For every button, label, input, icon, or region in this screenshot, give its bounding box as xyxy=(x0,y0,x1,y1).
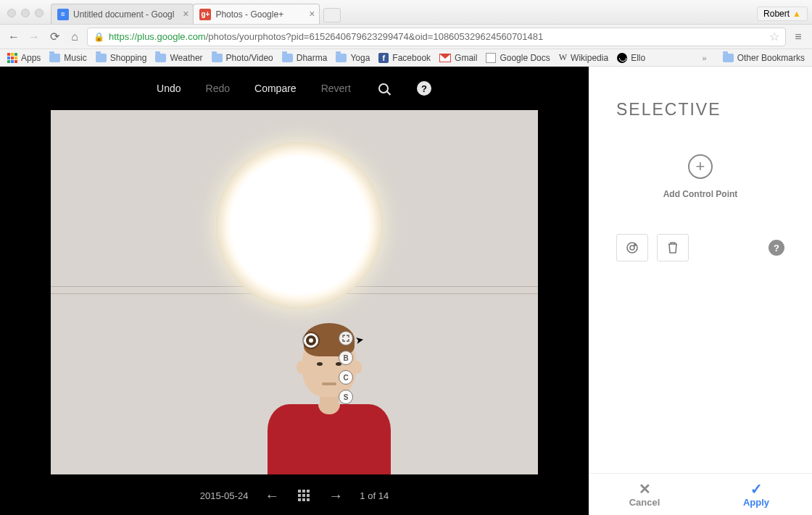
apply-button[interactable]: ✓ Apply xyxy=(700,474,812,515)
app-content: Undo Redo Compare Revert ? xyxy=(0,67,812,515)
editor-footer: 2015-05-24 ← → 1 of 14 xyxy=(0,476,589,515)
help-button[interactable]: ? xyxy=(416,80,432,96)
tab-close-icon[interactable]: × xyxy=(183,9,188,19)
compare-button[interactable]: Compare xyxy=(254,83,297,94)
bookmark-star-icon[interactable]: ☆ xyxy=(769,30,779,43)
warning-icon: ▲ xyxy=(792,9,801,19)
folder-icon xyxy=(336,54,347,62)
control-point-brightness[interactable]: B xyxy=(339,351,353,365)
browser-tab-docs[interactable]: ≡ Untitled document - Googl × xyxy=(51,4,194,24)
bookmark-wikipedia[interactable]: WWikipedia xyxy=(559,52,608,63)
bookmark-folder-shopping[interactable]: Shopping xyxy=(96,53,147,63)
url-scheme: https xyxy=(109,31,129,42)
apps-icon xyxy=(7,53,17,63)
cp-letter: S xyxy=(344,393,349,401)
trash-icon xyxy=(667,241,679,254)
facebook-icon: f xyxy=(378,53,389,63)
cancel-label: Cancel xyxy=(629,497,660,508)
folder-icon xyxy=(282,54,293,62)
panel-tool-row: ? xyxy=(589,199,812,261)
forward-button[interactable]: → xyxy=(26,29,42,45)
bookmark-label: Facebook xyxy=(392,53,431,63)
prev-photo-button[interactable]: ← xyxy=(264,487,280,503)
bookmark-folder-weather[interactable]: Weather xyxy=(155,53,202,63)
photo-subject xyxy=(264,332,394,474)
add-control-point-button[interactable]: + xyxy=(688,154,713,179)
control-point-size-handle[interactable] xyxy=(339,331,353,346)
bookmark-folder-music[interactable]: Music xyxy=(49,53,86,63)
panel-help-button[interactable]: ? xyxy=(768,240,784,256)
cp-letter: B xyxy=(343,354,348,362)
window-close[interactable] xyxy=(7,9,16,17)
photo-date: 2015-05-24 xyxy=(200,490,249,501)
wikipedia-icon: W xyxy=(559,52,567,63)
bookmark-label: Music xyxy=(64,53,86,63)
doc-icon xyxy=(486,53,496,63)
chrome-menu-icon[interactable]: ≡ xyxy=(790,29,806,45)
delete-control-point-button[interactable] xyxy=(657,234,689,261)
url-path: /photos/yourphotos?pid=61526406796232994… xyxy=(206,31,544,42)
help-icon: ? xyxy=(774,243,779,254)
bookmark-label: Photo/Video xyxy=(226,53,273,63)
address-bar[interactable]: 🔒 https://plus.google.com/photos/yourpho… xyxy=(87,28,786,46)
folder-icon xyxy=(723,54,734,62)
gplus-favicon: g+ xyxy=(199,9,211,20)
panel-title: SELECTIVE xyxy=(589,67,812,120)
photo-editor-pane: Undo Redo Compare Revert ? xyxy=(0,67,589,515)
bookmark-ello[interactable]: Ello xyxy=(617,53,645,63)
folder-icon xyxy=(155,54,166,62)
tab-title: Untitled document - Googl xyxy=(73,9,174,20)
thumbnail-grid-button[interactable] xyxy=(296,487,312,503)
window-titlebar: ≡ Untitled document - Googl × g+ Photos … xyxy=(0,0,812,25)
new-tab-button[interactable] xyxy=(323,8,341,22)
bookmark-gmail[interactable]: Gmail xyxy=(439,53,477,63)
next-photo-button[interactable]: → xyxy=(328,487,344,503)
docs-favicon: ≡ xyxy=(57,9,69,20)
bookmark-google-docs[interactable]: Google Docs xyxy=(486,53,550,63)
window-zoom[interactable] xyxy=(35,9,44,17)
svg-point-1 xyxy=(630,246,634,250)
bookmark-folder-dharma[interactable]: Dharma xyxy=(282,53,328,63)
bookmark-label: Google Docs xyxy=(500,53,550,63)
toggle-control-points-button[interactable] xyxy=(616,234,648,261)
url-host: ://plus.google.com xyxy=(129,31,206,42)
revert-button[interactable]: Revert xyxy=(321,83,351,94)
bookmark-label: Weather xyxy=(170,53,202,63)
cancel-button[interactable]: ✕ Cancel xyxy=(589,474,700,515)
apply-label: Apply xyxy=(743,497,769,508)
close-icon: ✕ xyxy=(639,482,651,496)
home-button[interactable]: ⌂ xyxy=(67,29,83,45)
photo-canvas[interactable]: B C S ➤ xyxy=(51,110,538,474)
undo-button[interactable]: Undo xyxy=(157,83,181,94)
chrome-profile-button[interactable]: Robert ▲ xyxy=(757,7,808,21)
check-icon: ✓ xyxy=(750,482,763,496)
control-point-contrast[interactable]: C xyxy=(339,370,353,385)
bookmark-apps[interactable]: Apps xyxy=(7,53,41,63)
bookmark-folder-yoga[interactable]: Yoga xyxy=(336,53,370,63)
bookmark-facebook[interactable]: fFacebook xyxy=(378,53,431,63)
control-point-marker[interactable] xyxy=(304,333,318,348)
plus-icon: + xyxy=(696,157,705,176)
bookmark-other[interactable]: Other Bookmarks xyxy=(723,53,805,63)
expand-icon xyxy=(342,335,349,342)
bookmark-label: Other Bookmarks xyxy=(737,53,805,63)
magnifier-icon xyxy=(378,83,389,93)
bookmark-folder-photo-video[interactable]: Photo/Video xyxy=(212,53,273,63)
editor-toolbar: Undo Redo Compare Revert ? xyxy=(0,67,589,110)
zoom-button[interactable] xyxy=(376,80,392,96)
reload-button[interactable]: ⟳ xyxy=(46,29,62,45)
control-point-saturation[interactable]: S xyxy=(339,390,353,404)
gmail-icon xyxy=(439,54,451,62)
ello-icon xyxy=(617,53,627,63)
target-icon xyxy=(625,240,639,255)
tab-close-icon[interactable]: × xyxy=(309,9,315,19)
folder-icon xyxy=(49,54,60,62)
window-minimize[interactable] xyxy=(21,9,30,17)
photo-ceiling-lamp xyxy=(216,142,383,309)
bookmark-label: Ello xyxy=(631,53,645,63)
folder-icon xyxy=(96,54,107,62)
browser-tab-photos[interactable]: g+ Photos - Google+ × xyxy=(193,4,320,24)
redo-button[interactable]: Redo xyxy=(206,83,230,94)
bookmark-overflow[interactable]: » xyxy=(703,54,707,62)
back-button[interactable]: ← xyxy=(6,29,22,45)
